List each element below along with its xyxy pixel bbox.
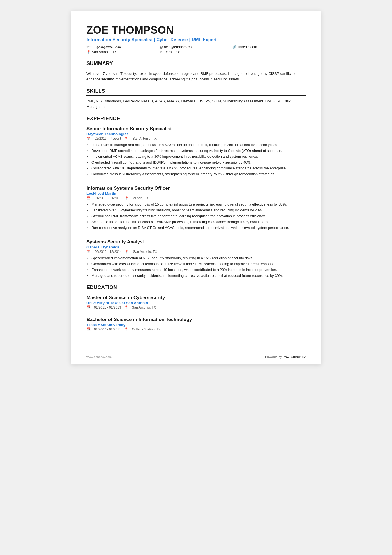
- enhancv-logo-svg: [284, 355, 290, 359]
- edu-item-1: Bachelor of Science in Information Techn…: [86, 317, 306, 331]
- exp-location-icon-1: 📍: [125, 196, 129, 200]
- enhancv-logo: Enhancv: [284, 355, 306, 359]
- education-section: EDUCATION Master of Science in Cybersecu…: [86, 285, 306, 331]
- candidate-name: ZOE THOMPSON: [86, 24, 306, 36]
- contact-row-2: 📍 San Antonio, TX ☆ Extra Field: [86, 50, 306, 55]
- edu-item-0: Master of Science in Cybersecurity Unive…: [86, 295, 306, 313]
- exp-bullet-1-4: Ran competitive analyses on DISA STIGs a…: [91, 225, 306, 231]
- exp-company-1: Lockheed Martin: [86, 191, 306, 196]
- phone-icon: ☏: [86, 45, 91, 49]
- exp-meta-2: 📅 06/2012 - 12/2014 📍 San Antonio, TX: [86, 250, 306, 254]
- edu-school-0: University of Texas at San Antonio: [86, 301, 306, 305]
- edu-location-1: College Station, TX: [132, 327, 160, 331]
- exp-bullet-0-4: Collaborated with 10+ departments to int…: [91, 166, 306, 171]
- summary-title: SUMMARY: [86, 61, 306, 68]
- exp-date-2: 06/2012 - 12/2014: [95, 250, 121, 254]
- exp-job-title-0: Senior Information Security Specialist: [86, 126, 306, 132]
- exp-item-0: Senior Information Security Specialist R…: [86, 126, 306, 181]
- contact-linkedin: 🔗 linkedin.com: [232, 45, 306, 49]
- exp-bullet-0-0: Led a team to manage and mitigate risks …: [91, 142, 306, 148]
- exp-location-0: San Antonio, TX: [132, 137, 157, 140]
- exp-bullet-2-2: Enhanced network security measures acros…: [91, 267, 306, 273]
- edu-degree-1: Bachelor of Science in Information Techn…: [86, 317, 306, 322]
- header: ZOE THOMPSON Information Security Specia…: [86, 24, 306, 55]
- exp-company-0: Raytheon Technologies: [86, 132, 306, 136]
- exp-calendar-icon-2: 📅: [86, 250, 90, 254]
- contact-location: 📍 San Antonio, TX: [86, 50, 160, 54]
- candidate-title: Information Security Specialist | Cyber …: [86, 37, 306, 42]
- exp-bullet-1-2: Streamlined RMF frameworks across five d…: [91, 213, 306, 219]
- exp-bullet-1-0: Managed cybersecurity for a portfolio of…: [91, 202, 306, 207]
- edu-location-0: San Antonio, TX: [132, 305, 156, 309]
- exp-meta-1: 📅 01/2015 - 01/2019 📍 Austin, TX: [86, 196, 306, 200]
- resume-page: ZOE THOMPSON Information Security Specia…: [71, 11, 321, 364]
- exp-bullets-0: Led a team to manage and mitigate risks …: [86, 142, 306, 177]
- edu-calendar-icon-0: 📅: [86, 305, 91, 309]
- skills-text: RMF, NIST standards, FedRAMP, Nessus, AC…: [86, 98, 306, 110]
- exp-bullets-2: Spearheaded implementation of NIST secur…: [86, 255, 306, 278]
- exp-bullet-1-3: Acted as a liaison for the introduction …: [91, 219, 306, 225]
- exp-bullet-0-3: Overhauled firewall configurations and I…: [91, 160, 306, 165]
- education-title: EDUCATION: [86, 285, 306, 292]
- exp-job-title-1: Information Systems Security Officer: [86, 186, 306, 191]
- exp-company-2: General Dynamics: [86, 245, 306, 249]
- skills-title: SKILLS: [86, 88, 306, 96]
- footer-brand: Powered by Enhancv: [265, 355, 306, 359]
- exp-bullet-0-2: Implemented ACAS scans, leading to a 30%…: [91, 154, 306, 159]
- summary-text: With over 7 years in IT security, I exce…: [86, 71, 306, 82]
- edu-degree-0: Master of Science in Cybersecurity: [86, 295, 306, 300]
- exp-bullets-1: Managed cybersecurity for a portfolio of…: [86, 202, 306, 230]
- page-footer: www.enhancv.com Powered by Enhancv: [86, 355, 306, 359]
- exp-calendar-icon-1: 📅: [86, 196, 90, 200]
- skills-section: SKILLS RMF, NIST standards, FedRAMP, Nes…: [86, 88, 306, 110]
- exp-date-1: 01/2015 - 01/2019: [95, 196, 121, 200]
- exp-calendar-icon-0: 📅: [86, 137, 90, 140]
- exp-item-1: Information Systems Security Officer Loc…: [86, 186, 306, 235]
- email-icon: @: [160, 45, 163, 49]
- powered-by-label: Powered by: [265, 355, 282, 359]
- exp-meta-0: 📅 02/2019 - Present 📍 San Antonio, TX: [86, 137, 306, 140]
- edu-location-icon-0: 📍: [124, 305, 128, 309]
- exp-bullet-2-3: Managed and reported on security inciden…: [91, 273, 306, 278]
- edu-location-icon-1: 📍: [124, 327, 128, 331]
- edu-calendar-icon-1: 📅: [86, 327, 91, 331]
- contact-email: @ help@enhancv.com: [160, 45, 233, 49]
- exp-location-1: Austin, TX: [133, 196, 148, 200]
- exp-location-icon-2: 📍: [125, 250, 129, 254]
- exp-job-title-2: Systems Security Analyst: [86, 239, 306, 245]
- summary-section: SUMMARY With over 7 years in IT security…: [86, 61, 306, 82]
- exp-bullet-0-5: Conducted Nessus vulnerability assessmen…: [91, 171, 306, 177]
- location-icon: 📍: [86, 50, 91, 54]
- exp-location-icon-0: 📍: [124, 137, 128, 140]
- edu-meta-0: 📅 01/2011 - 01/2013 📍 San Antonio, TX: [86, 305, 306, 309]
- experience-section: EXPERIENCE Senior Information Security S…: [86, 116, 306, 278]
- edu-date-1: 01/2007 - 01/2011: [94, 327, 121, 331]
- experience-title: EXPERIENCE: [86, 116, 306, 123]
- contact-extra: ☆ Extra Field: [160, 50, 233, 54]
- exp-bullet-2-1: Coordinated with cross-functional teams …: [91, 261, 306, 267]
- exp-location-2: San Antonio, TX: [133, 250, 157, 254]
- edu-meta-1: 📅 01/2007 - 01/2011 📍 College Station, T…: [86, 327, 306, 331]
- footer-website: www.enhancv.com: [86, 355, 112, 359]
- exp-bullet-0-1: Developed RMF accreditation packages for…: [91, 148, 306, 154]
- exp-date-0: 02/2019 - Present: [95, 137, 121, 140]
- star-icon: ☆: [160, 50, 163, 54]
- edu-school-1: Texas A&M University: [86, 323, 306, 327]
- enhancv-brand-name: Enhancv: [291, 355, 306, 359]
- exp-item-2: Systems Security Analyst General Dynamic…: [86, 239, 306, 278]
- exp-bullet-1-1: Facilitated over 50 cybersecurity traini…: [91, 208, 306, 213]
- exp-bullet-2-0: Spearheaded implementation of NIST secur…: [91, 255, 306, 261]
- contact-phone: ☏ +1-(234)-555-1234: [86, 45, 160, 49]
- edu-date-0: 01/2011 - 01/2013: [94, 305, 121, 309]
- link-icon: 🔗: [232, 45, 237, 49]
- contact-row: ☏ +1-(234)-555-1234 @ help@enhancv.com 🔗…: [86, 45, 306, 50]
